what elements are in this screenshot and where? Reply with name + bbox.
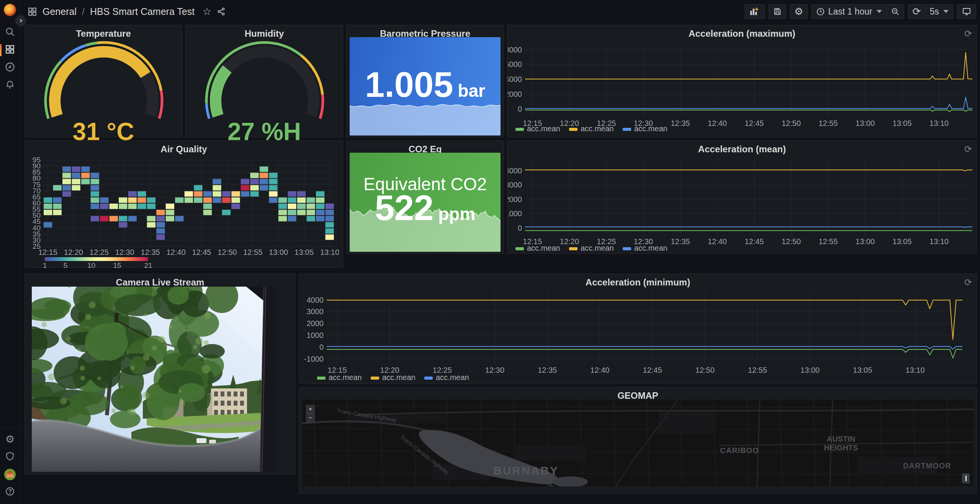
sidebar-item-configuration[interactable]: ⚙ — [0, 431, 20, 448]
heatmap-cell[interactable] — [91, 173, 99, 178]
heatmap-cell[interactable] — [72, 185, 80, 191]
map-zoom-out-button[interactable]: − — [306, 414, 315, 422]
map-attribution-button[interactable] — [962, 473, 970, 483]
heatmap-cell[interactable] — [316, 197, 324, 203]
heatmap-cell[interactable] — [326, 216, 334, 221]
heatmap-cell[interactable] — [269, 185, 277, 191]
heatmap-cell[interactable] — [147, 222, 155, 227]
heatmap-cell[interactable] — [326, 228, 334, 234]
heatmap-cell[interactable] — [147, 216, 155, 221]
heatmap-cell[interactable] — [288, 216, 296, 221]
heatmap-cell[interactable] — [250, 191, 258, 197]
heatmap-cell[interactable] — [44, 204, 52, 209]
heatmap-cell[interactable] — [81, 179, 90, 184]
heatmap-cell[interactable] — [307, 197, 315, 203]
time-range-picker[interactable]: Last 1 hour — [811, 4, 887, 19]
panel-refresh-icon[interactable]: ⟳ — [964, 144, 972, 155]
heatmap-cell[interactable] — [213, 197, 221, 203]
heatmap-cell[interactable] — [128, 197, 137, 203]
heatmap-cell[interactable] — [241, 191, 249, 197]
heatmap-cell[interactable] — [128, 204, 137, 209]
heatmap-cell[interactable] — [203, 197, 212, 203]
panel-title[interactable]: Temperature — [40, 28, 167, 39]
sidebar-item-search[interactable] — [0, 24, 20, 41]
heatmap-cell[interactable] — [156, 222, 165, 227]
heatmap-cell[interactable] — [44, 222, 52, 227]
heatmap-cell[interactable] — [260, 185, 268, 191]
heatmap-cell[interactable] — [222, 191, 231, 197]
heatmap-cell[interactable] — [250, 179, 258, 184]
heatmap-cell[interactable] — [288, 197, 296, 203]
heatmap-cell[interactable] — [260, 173, 268, 178]
sidebar-item-help[interactable] — [0, 483, 20, 501]
heatmap-cell[interactable] — [91, 185, 99, 191]
heatmap-cell[interactable] — [307, 210, 315, 215]
heatmap-cell[interactable] — [231, 204, 240, 209]
heatmap-cell[interactable] — [213, 185, 221, 191]
legend-item[interactable]: acc.mean — [515, 124, 560, 133]
sidebar-item-server-admin[interactable] — [0, 448, 20, 466]
heatmap-cell[interactable] — [278, 197, 287, 203]
heatmap-cell[interactable] — [203, 191, 212, 197]
heatmap-cell[interactable] — [72, 173, 80, 178]
panel-title[interactable]: Acceleration (maximum) — [523, 28, 961, 39]
heatmap-cell[interactable] — [222, 197, 231, 203]
heatmap-cell[interactable] — [213, 179, 221, 184]
panel-title[interactable]: Humidity — [201, 28, 327, 39]
heatmap-cell[interactable] — [278, 204, 287, 209]
panel-title[interactable]: Acceleration (minimum) — [314, 277, 961, 288]
heatmap-cell[interactable] — [269, 191, 277, 197]
heatmap-cell[interactable] — [250, 185, 258, 191]
heatmap-cell[interactable] — [288, 210, 296, 215]
heatmap-cell[interactable] — [72, 166, 80, 172]
heatmap-cell[interactable] — [100, 197, 108, 203]
heatmap-cell[interactable] — [175, 216, 183, 221]
heatmap-cell[interactable] — [44, 210, 52, 215]
heatmap-cell[interactable] — [326, 204, 334, 209]
breadcrumb-section[interactable]: General — [43, 6, 77, 17]
heatmap-cell[interactable] — [119, 222, 127, 227]
heatmap-cell[interactable] — [307, 204, 315, 209]
legend-item[interactable]: acc.mean — [424, 373, 469, 382]
heatmap-cell[interactable] — [119, 204, 127, 209]
legend-item[interactable]: acc.mean — [515, 244, 560, 252]
heatmap-cell[interactable] — [288, 191, 296, 197]
cycle-view-mode-button[interactable] — [957, 4, 976, 19]
heatmap-cell[interactable] — [316, 210, 324, 215]
heatmap-cell[interactable] — [185, 197, 193, 203]
star-icon[interactable]: ☆ — [202, 5, 211, 18]
heatmap-cell[interactable] — [44, 197, 52, 203]
heatmap-cell[interactable] — [203, 204, 212, 209]
heatmap-cell[interactable] — [194, 197, 202, 203]
heatmap-cell[interactable] — [100, 204, 108, 209]
legend-item[interactable]: acc.mean — [623, 244, 668, 252]
heatmap-cell[interactable] — [297, 197, 306, 203]
heatmap-cell[interactable] — [53, 210, 62, 215]
heatmap-cell[interactable] — [185, 191, 193, 197]
heatmap-cell[interactable] — [147, 197, 155, 203]
map-zoom-in-button[interactable]: + — [306, 405, 315, 414]
heatmap-cell[interactable] — [156, 228, 165, 234]
heatmap-cell[interactable] — [326, 235, 334, 240]
heatmap-cell[interactable] — [326, 222, 334, 227]
heatmap-cell[interactable] — [53, 197, 62, 203]
heatmap-cell[interactable] — [91, 179, 99, 184]
sidebar-item-explore[interactable] — [0, 59, 20, 77]
heatmap-cell[interactable] — [81, 173, 90, 178]
heatmap-cell[interactable] — [62, 179, 71, 184]
heatmap-cell[interactable] — [62, 173, 71, 178]
heatmap-cell[interactable] — [269, 197, 277, 203]
heatmap-cell[interactable] — [100, 216, 108, 221]
grafana-logo-icon[interactable] — [4, 4, 16, 16]
panel-title[interactable]: Camera Live Stream — [40, 277, 280, 288]
heatmap-cell[interactable] — [156, 216, 165, 221]
heatmap-cell[interactable] — [166, 210, 174, 215]
heatmap-cell[interactable] — [297, 210, 306, 215]
heatmap-cell[interactable] — [269, 179, 277, 184]
legend-item[interactable]: acc.mean — [371, 373, 416, 382]
heatmap-cell[interactable] — [137, 204, 146, 209]
heatmap-cell[interactable] — [194, 191, 202, 197]
heatmap-cell[interactable] — [316, 216, 324, 221]
heatmap-cell[interactable] — [119, 216, 127, 221]
heatmap-cell[interactable] — [307, 216, 315, 221]
